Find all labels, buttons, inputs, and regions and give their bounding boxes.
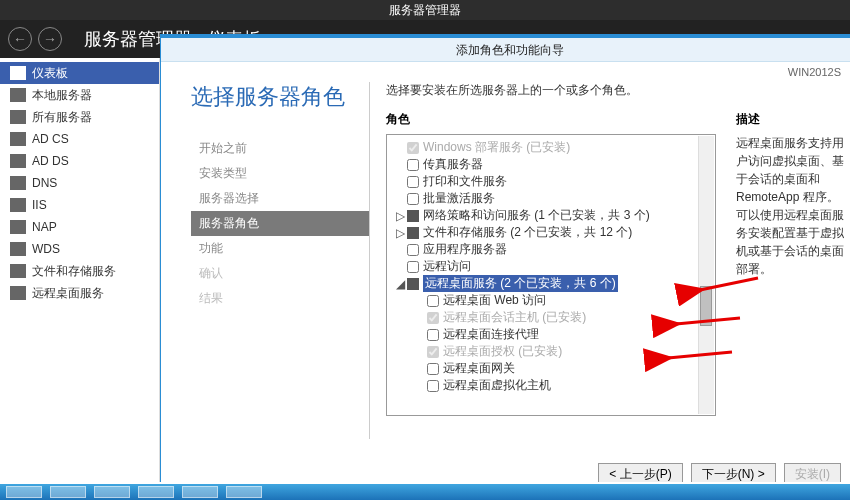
role-label: 远程访问 <box>423 258 471 275</box>
role-label: 传真服务器 <box>423 156 483 173</box>
sidebar-item-icon <box>10 264 26 278</box>
sidebar-item-icon <box>10 198 26 212</box>
sidebar-item-label: DNS <box>32 176 57 190</box>
role-label: 远程桌面 Web 访问 <box>443 292 546 309</box>
sidebar-item-icon <box>10 176 26 190</box>
sidebar-item-label: AD DS <box>32 154 69 168</box>
role-row-12[interactable]: 远程桌面授权 (已安装) <box>393 343 713 360</box>
sidebar-item-label: 文件和存储服务 <box>32 263 116 280</box>
sidebar-item-label: 所有服务器 <box>32 109 92 126</box>
role-row-13[interactable]: 远程桌面网关 <box>393 360 713 377</box>
role-row-8[interactable]: ◢远程桌面服务 (2 个已安装，共 6 个) <box>393 275 713 292</box>
expander-icon[interactable]: ▷ <box>395 226 405 240</box>
sidebar-item-5[interactable]: DNS <box>0 172 159 194</box>
wizard-left-panel: 选择服务器角色 开始之前安装类型服务器选择服务器角色功能确认结果 <box>161 62 369 499</box>
role-label: 网络策略和访问服务 (1 个已安装，共 3 个) <box>423 207 650 224</box>
role-checkbox <box>407 142 419 154</box>
sidebar-item-9[interactable]: 文件和存储服务 <box>0 260 159 282</box>
wizard-title: 添加角色和功能向导 <box>456 43 564 57</box>
sidebar-item-icon <box>10 286 26 300</box>
sidebar: 仪表板本地服务器所有服务器AD CSAD DSDNSIISNAPWDS文件和存储… <box>0 58 160 500</box>
sidebar-item-label: IIS <box>32 198 47 212</box>
sidebar-item-icon <box>10 88 26 102</box>
role-label: 远程桌面虚拟化主机 <box>443 377 551 394</box>
taskbar[interactable] <box>0 482 850 500</box>
wizard-title-bar: 添加角色和功能向导 <box>161 38 850 62</box>
role-row-1[interactable]: 传真服务器 <box>393 156 713 173</box>
wizard-main-panel: WIN2012S 选择要安装在所选服务器上的一个或多个角色。 角色 Window… <box>370 62 850 499</box>
checkbox-partial-icon[interactable] <box>407 227 419 239</box>
sidebar-item-2[interactable]: 所有服务器 <box>0 106 159 128</box>
sidebar-item-1[interactable]: 本地服务器 <box>0 84 159 106</box>
sidebar-item-8[interactable]: WDS <box>0 238 159 260</box>
role-label: 应用程序服务器 <box>423 241 507 258</box>
role-row-2[interactable]: 打印和文件服务 <box>393 173 713 190</box>
nav-back-button[interactable]: ← <box>8 27 32 51</box>
sidebar-item-icon <box>10 242 26 256</box>
role-row-3[interactable]: 批量激活服务 <box>393 190 713 207</box>
expander-icon[interactable]: ▷ <box>395 209 405 223</box>
role-label: 打印和文件服务 <box>423 173 507 190</box>
wizard-prompt: 选择要安装在所选服务器上的一个或多个角色。 <box>386 82 849 99</box>
wizard-step-0[interactable]: 开始之前 <box>191 136 369 161</box>
wizard-steps-list: 开始之前安装类型服务器选择服务器角色功能确认结果 <box>191 136 369 311</box>
wizard-step-2[interactable]: 服务器选择 <box>191 186 369 211</box>
taskbar-item[interactable] <box>6 486 42 498</box>
role-checkbox[interactable] <box>407 193 419 205</box>
role-label: 文件和存储服务 (2 个已安装，共 12 个) <box>423 224 632 241</box>
checkbox-partial-icon[interactable] <box>407 278 419 290</box>
role-checkbox <box>427 346 439 358</box>
role-row-7[interactable]: 远程访问 <box>393 258 713 275</box>
sidebar-item-0[interactable]: 仪表板 <box>0 62 159 84</box>
role-row-6[interactable]: 应用程序服务器 <box>393 241 713 258</box>
wizard-step-6: 结果 <box>191 286 369 311</box>
role-row-4[interactable]: ▷网络策略和访问服务 (1 个已安装，共 3 个) <box>393 207 713 224</box>
sidebar-item-label: 仪表板 <box>32 65 68 82</box>
taskbar-item[interactable] <box>94 486 130 498</box>
checkbox-partial-icon[interactable] <box>407 210 419 222</box>
sidebar-item-label: WDS <box>32 242 60 256</box>
role-row-10[interactable]: 远程桌面会话主机 (已安装) <box>393 309 713 326</box>
role-label: 远程桌面会话主机 (已安装) <box>443 309 586 326</box>
role-row-5[interactable]: ▷文件和存储服务 (2 个已安装，共 12 个) <box>393 224 713 241</box>
server-tag: WIN2012S <box>788 66 841 78</box>
sidebar-item-7[interactable]: NAP <box>0 216 159 238</box>
role-row-0[interactable]: Windows 部署服务 (已安装) <box>393 139 713 156</box>
taskbar-item[interactable] <box>50 486 86 498</box>
role-checkbox[interactable] <box>427 363 439 375</box>
sidebar-item-icon <box>10 154 26 168</box>
nav-forward-button[interactable]: → <box>38 27 62 51</box>
app-title: 服务器管理器 <box>389 3 461 17</box>
sidebar-item-label: NAP <box>32 220 57 234</box>
role-checkbox[interactable] <box>407 159 419 171</box>
roles-scrollbar-thumb[interactable] <box>700 286 712 326</box>
sidebar-item-10[interactable]: 远程桌面服务 <box>0 282 159 304</box>
roles-scrollbar[interactable] <box>698 136 714 414</box>
role-checkbox[interactable] <box>407 261 419 273</box>
role-row-9[interactable]: 远程桌面 Web 访问 <box>393 292 713 309</box>
expander-icon[interactable]: ◢ <box>395 277 405 291</box>
desc-text: 远程桌面服务支持用户访问虚拟桌面、基于会话的桌面和 RemoteApp 程序。可… <box>736 134 849 278</box>
role-row-14[interactable]: 远程桌面虚拟化主机 <box>393 377 713 394</box>
role-checkbox[interactable] <box>427 329 439 341</box>
sidebar-item-3[interactable]: AD CS <box>0 128 159 150</box>
taskbar-item[interactable] <box>226 486 262 498</box>
sidebar-item-6[interactable]: IIS <box>0 194 159 216</box>
role-row-11[interactable]: 远程桌面连接代理 <box>393 326 713 343</box>
role-checkbox[interactable] <box>427 295 439 307</box>
taskbar-item[interactable] <box>182 486 218 498</box>
role-label: 远程桌面服务 (2 个已安装，共 6 个) <box>423 275 618 292</box>
wizard-step-4[interactable]: 功能 <box>191 236 369 261</box>
role-checkbox[interactable] <box>407 244 419 256</box>
wizard-step-5: 确认 <box>191 261 369 286</box>
role-label: 批量激活服务 <box>423 190 495 207</box>
taskbar-item[interactable] <box>138 486 174 498</box>
wizard-step-1[interactable]: 安装类型 <box>191 161 369 186</box>
role-checkbox[interactable] <box>407 176 419 188</box>
role-label: 远程桌面连接代理 <box>443 326 539 343</box>
roles-listbox[interactable]: Windows 部署服务 (已安装)传真服务器打印和文件服务批量激活服务▷网络策… <box>386 134 716 416</box>
sidebar-item-4[interactable]: AD DS <box>0 150 159 172</box>
wizard-step-3[interactable]: 服务器角色 <box>191 211 369 236</box>
sidebar-item-label: AD CS <box>32 132 69 146</box>
role-checkbox[interactable] <box>427 380 439 392</box>
